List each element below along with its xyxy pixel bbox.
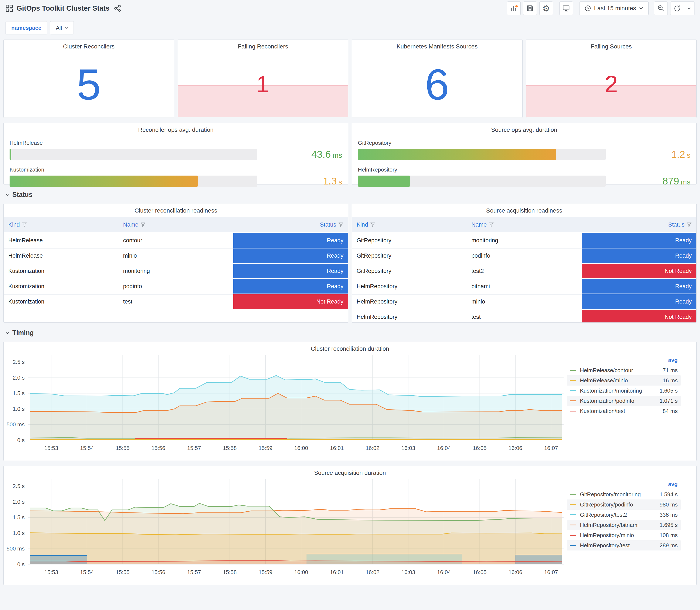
legend-series-name: HelmRepository/bitnami bbox=[580, 522, 648, 528]
save-dashboard-button[interactable] bbox=[523, 1, 537, 15]
legend-item[interactable]: HelmRepository/minio108 ms bbox=[567, 530, 681, 540]
variable-namespace-label[interactable]: namespace bbox=[5, 21, 47, 34]
time-range-label: Last 15 minutes bbox=[594, 5, 636, 12]
legend-item[interactable]: HelmRelease/contour71 ms bbox=[567, 365, 681, 375]
gauge-row: 1.2s bbox=[352, 148, 696, 160]
legend-series-name: HelmRelease/contour bbox=[580, 367, 648, 374]
legend-series-avg: 16 ms bbox=[648, 377, 678, 384]
status-badge: Ready bbox=[582, 233, 696, 247]
legend-series-avg: 1.071 s bbox=[648, 398, 678, 404]
cell-status: Ready bbox=[233, 263, 348, 279]
legend-item[interactable]: Kustomization/podinfo1.071 s bbox=[567, 396, 681, 406]
column-header-status[interactable]: Status bbox=[582, 217, 696, 233]
gauge-row: 879ms bbox=[352, 175, 696, 187]
filter-icon[interactable] bbox=[22, 222, 27, 227]
legend-avg-header[interactable]: avg bbox=[567, 481, 681, 489]
save-icon bbox=[526, 5, 534, 12]
gauge-panel-reconciler-ops: Reconciler ops avg. duration HelmRelease… bbox=[3, 123, 348, 184]
legend-item[interactable]: Kustomization/test84 ms bbox=[567, 406, 681, 416]
legend-series-swatch bbox=[570, 370, 576, 371]
refresh-interval-button[interactable] bbox=[684, 1, 695, 15]
column-header-kind[interactable]: Kind bbox=[352, 217, 467, 233]
legend-item[interactable]: GitRepository/test2338 ms bbox=[567, 510, 681, 520]
page-title: GitOps Toolkit Cluster Stats bbox=[17, 4, 110, 12]
cell-kind: HelmRelease bbox=[4, 248, 118, 263]
column-header-status[interactable]: Status bbox=[233, 217, 348, 233]
variable-namespace-select[interactable]: All bbox=[50, 21, 74, 34]
cell-name: monitoring bbox=[467, 233, 582, 248]
svg-text:16:02: 16:02 bbox=[366, 569, 379, 575]
legend-series-swatch bbox=[570, 380, 576, 381]
chart-body: 0 s500 ms1.0 s1.5 s2.0 s2.5 s15:5315:541… bbox=[4, 476, 696, 576]
filter-icon[interactable] bbox=[687, 222, 692, 227]
stat-panel-failing-reconcilers: Failing Reconcilers 1 bbox=[178, 39, 348, 118]
panel-title: Source ops avg. duration bbox=[352, 123, 696, 133]
gauge-value-number: 879 bbox=[662, 175, 679, 187]
legend-item[interactable]: HelmRepository/bitnami1.695 s bbox=[567, 520, 681, 530]
cell-status: Ready bbox=[233, 233, 348, 248]
time-range-picker[interactable]: Last 15 minutes bbox=[579, 1, 649, 15]
filter-icon[interactable] bbox=[141, 222, 146, 227]
legend-item[interactable]: Kustomization/monitoring1.605 s bbox=[567, 386, 681, 396]
add-panel-icon bbox=[510, 4, 518, 12]
gauge-label: HelmRelease bbox=[4, 140, 348, 146]
filter-icon[interactable] bbox=[338, 222, 343, 227]
gauge-value: 879ms bbox=[606, 175, 690, 187]
legend-item[interactable]: GitRepository/monitoring1.594 s bbox=[567, 489, 681, 499]
gauge-track bbox=[358, 176, 606, 187]
status-badge: Ready bbox=[233, 264, 348, 278]
legend-item[interactable]: HelmRelease/minio16 ms bbox=[567, 375, 681, 386]
filter-icon[interactable] bbox=[370, 222, 375, 227]
timeseries-chart[interactable]: 0 s500 ms1.0 s1.5 s2.0 s2.5 s15:5315:541… bbox=[4, 352, 567, 452]
table-row: HelmRepositorytestNot Ready bbox=[352, 309, 696, 323]
legend-item[interactable]: GitRepository/podinfo980 ms bbox=[567, 499, 681, 510]
filter-icon[interactable] bbox=[489, 222, 494, 227]
section-timing[interactable]: Timing bbox=[5, 329, 695, 337]
add-panel-button[interactable] bbox=[507, 1, 521, 15]
timeseries-chart[interactable]: 0 s500 ms1.0 s1.5 s2.0 s2.5 s15:5315:541… bbox=[4, 476, 567, 576]
dashboard-settings-button[interactable]: ⚙ bbox=[539, 1, 553, 15]
column-header-kind[interactable]: Kind bbox=[4, 217, 118, 233]
gauge-track bbox=[10, 149, 257, 160]
status-badge: Not Ready bbox=[582, 264, 696, 278]
legend-item[interactable]: HelmRepository/test289 ms bbox=[567, 540, 681, 550]
svg-text:15:54: 15:54 bbox=[80, 445, 94, 451]
section-status[interactable]: Status bbox=[5, 191, 695, 198]
column-header-name[interactable]: Name bbox=[467, 217, 582, 233]
table-header-row: KindNameStatus bbox=[352, 217, 696, 233]
legend-series-name: Kustomization/monitoring bbox=[580, 387, 648, 394]
svg-text:2.0 s: 2.0 s bbox=[13, 499, 25, 505]
cell-name: test bbox=[467, 309, 582, 323]
svg-text:500 ms: 500 ms bbox=[6, 421, 25, 428]
svg-text:2.0 s: 2.0 s bbox=[13, 374, 25, 381]
share-icon[interactable] bbox=[114, 5, 121, 12]
status-badge: Ready bbox=[582, 279, 696, 293]
svg-text:15:53: 15:53 bbox=[45, 445, 58, 451]
legend-series-name: GitRepository/monitoring bbox=[580, 491, 648, 498]
zoom-out-button[interactable] bbox=[654, 1, 668, 15]
svg-text:15:56: 15:56 bbox=[151, 569, 165, 575]
cell-name: minio bbox=[467, 294, 582, 309]
table-row: GitRepositorytest2Not Ready bbox=[352, 263, 696, 279]
cell-kind: GitRepository bbox=[352, 263, 467, 279]
cell-status: Ready bbox=[582, 279, 696, 294]
readiness-table: KindNameStatusHelmReleasecontourReadyHel… bbox=[4, 217, 348, 309]
apps-grid-icon[interactable] bbox=[5, 4, 13, 12]
status-badge: Ready bbox=[582, 248, 696, 263]
stat-value: 6 bbox=[425, 62, 449, 106]
panel-title: Source acquisition readiness bbox=[352, 204, 696, 214]
refresh-button[interactable] bbox=[670, 1, 684, 15]
legend-series-avg: 1.594 s bbox=[648, 491, 678, 498]
legend-series-swatch bbox=[570, 545, 576, 546]
status-badge: Ready bbox=[582, 294, 696, 309]
svg-text:15:56: 15:56 bbox=[151, 445, 165, 451]
legend-avg-header[interactable]: avg bbox=[567, 356, 681, 365]
variables-row: namespace All bbox=[2, 17, 698, 34]
legend-series-swatch bbox=[570, 494, 576, 495]
svg-text:2.5 s: 2.5 s bbox=[13, 483, 25, 489]
column-header-name[interactable]: Name bbox=[118, 217, 233, 233]
cycle-view-button[interactable] bbox=[559, 1, 573, 15]
chart-body: 0 s500 ms1.0 s1.5 s2.0 s2.5 s15:5315:541… bbox=[4, 352, 696, 452]
gauge-value-unit: s bbox=[339, 178, 342, 186]
svg-text:15:58: 15:58 bbox=[223, 445, 237, 451]
